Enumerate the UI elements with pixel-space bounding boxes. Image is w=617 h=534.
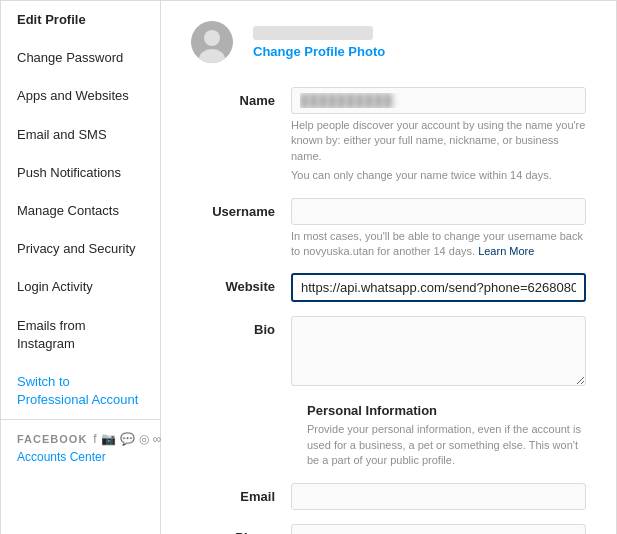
avatar — [191, 21, 233, 63]
website-label: Website — [191, 273, 291, 294]
sidebar-item-switch-professional[interactable]: Switch to Professional Account — [1, 363, 160, 419]
name-help-2: You can only change your name twice with… — [291, 168, 586, 183]
name-field: Help people discover your account by usi… — [291, 87, 586, 184]
profile-header: Change Profile Photo — [191, 21, 586, 63]
phone-input[interactable] — [291, 524, 586, 534]
facebook-icon: f — [93, 432, 96, 446]
sidebar-footer: FACEBOOK f 📷 💬 ◎ ∞ Accounts Center — [1, 419, 160, 476]
learn-more-link[interactable]: Learn More — [478, 245, 534, 257]
personal-info-title: Personal Information — [307, 403, 586, 418]
personal-info-desc: Provide your personal information, even … — [307, 422, 586, 468]
sidebar-item-push-notifications[interactable]: Push Notifications — [1, 154, 160, 192]
sidebar-item-apps-websites[interactable]: Apps and Websites — [1, 77, 160, 115]
bio-row: Bio — [191, 316, 586, 389]
whatsapp-icon: ◎ — [139, 432, 149, 446]
sidebar-item-change-password[interactable]: Change Password — [1, 39, 160, 77]
name-label: Name — [191, 87, 291, 108]
username-help: In most cases, you'll be able to change … — [291, 229, 586, 260]
change-photo-button[interactable]: Change Profile Photo — [253, 44, 385, 59]
svg-point-1 — [204, 30, 220, 46]
bio-label: Bio — [191, 316, 291, 337]
name-input[interactable] — [291, 87, 586, 114]
email-label: Email — [191, 483, 291, 504]
main-content: Change Profile Photo Name Help people di… — [161, 1, 616, 534]
username-row: Username In most cases, you'll be able t… — [191, 198, 586, 260]
messenger-icon: 💬 — [120, 432, 135, 446]
website-row: Website — [191, 273, 586, 302]
phone-row: Phone Number — [191, 524, 586, 534]
sidebar-item-emails-instagram[interactable]: Emails from Instagram — [1, 307, 160, 363]
username-display — [253, 26, 373, 40]
phone-field-container — [291, 524, 586, 534]
website-field — [291, 273, 586, 302]
sidebar-item-manage-contacts[interactable]: Manage Contacts — [1, 192, 160, 230]
email-row: Email — [191, 483, 586, 510]
sidebar-item-edit-profile[interactable]: Edit Profile — [1, 1, 160, 39]
sidebar-item-login-activity[interactable]: Login Activity — [1, 268, 160, 306]
email-input[interactable] — [291, 483, 586, 510]
sidebar-item-privacy-security[interactable]: Privacy and Security — [1, 230, 160, 268]
oculus-icon: ∞ — [153, 432, 162, 446]
email-field-container — [291, 483, 586, 510]
username-input[interactable] — [291, 198, 586, 225]
website-input[interactable] — [291, 273, 586, 302]
bio-input[interactable] — [291, 316, 586, 386]
facebook-logo: FACEBOOK — [17, 433, 87, 445]
name-help-1: Help people discover your account by usi… — [291, 118, 586, 164]
sidebar: Edit ProfileChange PasswordApps and Webs… — [1, 1, 161, 534]
instagram-icon: 📷 — [101, 432, 116, 446]
personal-info-section: Personal Information Provide your person… — [191, 403, 586, 468]
social-icons: f 📷 💬 ◎ ∞ — [93, 432, 161, 446]
sidebar-item-email-sms[interactable]: Email and SMS — [1, 116, 160, 154]
phone-label: Phone Number — [191, 524, 291, 534]
bio-field — [291, 316, 586, 389]
username-field: In most cases, you'll be able to change … — [291, 198, 586, 260]
accounts-center-link[interactable]: Accounts Center — [17, 450, 144, 464]
name-row: Name Help people discover your account b… — [191, 87, 586, 184]
username-label: Username — [191, 198, 291, 219]
